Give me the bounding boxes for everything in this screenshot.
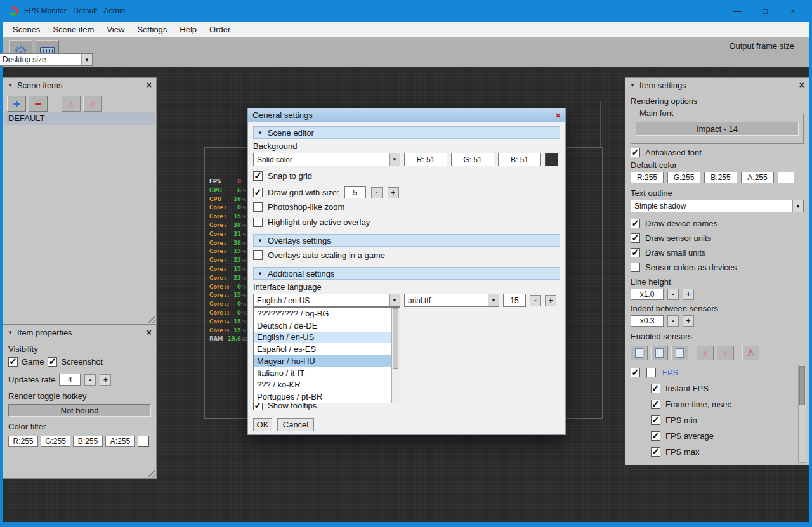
menu-item[interactable]: Help — [173, 25, 203, 34]
menu-item[interactable]: Scene item — [46, 25, 100, 34]
render-toggle-hotkey-button[interactable]: Not bound — [8, 404, 151, 417]
menu-item[interactable]: View — [100, 25, 131, 34]
background-r-field[interactable]: R: 51 — [404, 153, 447, 166]
sensor-move-down-button[interactable]: ∨ — [717, 346, 734, 360]
background-type-select[interactable]: Solid color ▼ — [253, 153, 400, 166]
add-scene-item-button[interactable]: + — [7, 96, 26, 112]
line-height-decrement[interactable]: - — [667, 289, 679, 300]
game-checkbox[interactable] — [8, 357, 18, 367]
sensor-warning-button[interactable]: ⚠ — [742, 346, 759, 360]
fps-overlay-preview[interactable]: FPS 0 GPU 6% CPU 16% Core1 0% — [209, 178, 250, 344]
default-color-field[interactable]: G:255 — [667, 172, 700, 183]
background-color-swatch[interactable] — [545, 153, 558, 166]
sensor-paste-button[interactable] — [671, 346, 688, 360]
maximize-button[interactable]: □ — [751, 0, 779, 22]
grid-size-field[interactable]: 5 — [344, 186, 366, 198]
section-additional-settings[interactable]: ▼ Additional settings — [253, 267, 560, 280]
font-select[interactable]: arial.ttf ▼ — [404, 294, 499, 307]
close-icon[interactable]: × — [147, 327, 152, 337]
draw-grid-checkbox[interactable] — [253, 188, 263, 197]
sensor-move-up-button[interactable]: ∧ — [697, 346, 714, 360]
default-color-swatch[interactable] — [778, 172, 794, 183]
language-option[interactable]: ??? / ko-KR — [254, 379, 400, 391]
indent-field[interactable]: x0.3 — [631, 315, 664, 327]
default-color-field[interactable]: B:255 — [704, 172, 737, 183]
line-height-field[interactable]: x1.0 — [631, 289, 664, 300]
sensor-checkbox[interactable] — [651, 384, 660, 393]
indent-increment[interactable]: + — [683, 315, 694, 327]
font-size-field[interactable]: 15 — [503, 294, 526, 307]
screenshot-checkbox[interactable] — [48, 357, 57, 367]
language-select[interactable]: English / en-US ▼ — [253, 294, 400, 307]
grid-size-decrement[interactable]: - — [371, 187, 383, 198]
sensor-copy-button[interactable] — [651, 346, 668, 360]
color-filter-swatch[interactable] — [138, 436, 149, 447]
text-outline-select[interactable]: Simple shadow ▼ — [631, 200, 804, 212]
color-filter-field[interactable]: R:255 — [8, 436, 38, 447]
line-height-increment[interactable]: + — [683, 289, 694, 300]
move-item-up-button[interactable]: ∧ — [62, 96, 81, 112]
color-filter-field[interactable]: G:255 — [41, 436, 70, 447]
close-icon[interactable]: × — [799, 80, 804, 90]
collapse-icon[interactable]: ▼ — [8, 330, 13, 335]
sensor-row[interactable]: FPS max — [628, 444, 806, 460]
font-size-increment[interactable]: + — [545, 295, 556, 306]
antialiased-checkbox[interactable] — [631, 148, 640, 157]
updates-rate-field[interactable]: 4 — [59, 374, 81, 386]
font-size-decrement[interactable]: - — [530, 295, 541, 306]
sensor-group-checkbox[interactable] — [631, 368, 640, 377]
scrollbar-thumb[interactable] — [393, 308, 398, 369]
sensor-checkbox[interactable] — [651, 400, 660, 409]
option-checkbox[interactable] — [631, 219, 640, 228]
grid-size-increment[interactable]: + — [388, 187, 399, 198]
indent-decrement[interactable]: - — [667, 315, 679, 327]
scene-item-row[interactable]: DEFAULT — [4, 112, 155, 125]
language-option[interactable]: Español / es-ES — [254, 343, 400, 355]
sensor-row[interactable]: Frame time, msec — [628, 396, 806, 412]
overlays-autoscale-checkbox[interactable] — [253, 250, 263, 260]
minimize-button[interactable]: — — [723, 0, 751, 22]
color-filter-field[interactable]: A:255 — [105, 436, 135, 447]
updates-rate-increment[interactable]: + — [100, 374, 111, 386]
sensors-scrollbar[interactable] — [798, 365, 806, 463]
menu-item[interactable]: Order — [203, 25, 237, 34]
default-color-field[interactable]: A:255 — [741, 172, 774, 183]
resize-grip[interactable] — [145, 313, 155, 323]
resize-grip[interactable] — [145, 467, 155, 477]
sensor-checkbox[interactable] — [651, 447, 660, 457]
sensor-checkbox[interactable] — [651, 431, 660, 441]
sensor-group-row[interactable]: FPS — [628, 365, 806, 381]
move-item-down-button[interactable]: ∨ — [83, 96, 102, 112]
collapse-icon[interactable]: ▼ — [8, 82, 13, 88]
cancel-button[interactable]: Cancel — [277, 418, 314, 431]
language-option[interactable]: Português / pt-BR — [254, 391, 400, 403]
remove-scene-item-button[interactable]: − — [29, 96, 48, 112]
option-checkbox[interactable] — [631, 233, 640, 243]
language-list-scrollbar[interactable] — [391, 308, 400, 403]
highlight-active-checkbox[interactable] — [253, 218, 263, 227]
menu-item[interactable]: Settings — [131, 25, 173, 34]
close-button[interactable]: × — [779, 0, 807, 22]
option-checkbox[interactable] — [631, 248, 640, 257]
snap-to-grid-checkbox[interactable] — [253, 171, 263, 181]
close-icon[interactable]: × — [147, 80, 152, 90]
scrollbar-thumb[interactable] — [799, 366, 805, 405]
section-overlays-settings[interactable]: ▼ Overlays settings — [253, 234, 560, 247]
updates-rate-decrement[interactable]: - — [84, 374, 96, 386]
language-option[interactable]: ????????? / bg-BG — [254, 308, 400, 320]
sensor-row[interactable]: Instant FPS — [628, 381, 806, 396]
sensor-checkbox[interactable] — [651, 415, 660, 425]
sensor-row[interactable]: FPS min — [628, 412, 806, 428]
language-option[interactable]: Italiano / it-IT — [254, 367, 400, 379]
color-filter-field[interactable]: B:255 — [73, 436, 103, 447]
photoshop-zoom-checkbox[interactable] — [253, 202, 263, 212]
sensor-add-button[interactable] — [631, 346, 648, 360]
scene-canvas[interactable]: FPS 0 GPU 6% CPU 16% Core1 0% — [3, 67, 809, 522]
sensor-row[interactable]: FPS average — [628, 428, 806, 444]
language-option[interactable]: English / en-US — [254, 332, 400, 344]
ok-button[interactable]: OK — [253, 418, 272, 431]
language-option[interactable]: Magyar / hu-HU — [254, 355, 400, 367]
background-g-field[interactable]: G: 51 — [451, 153, 494, 166]
collapse-icon[interactable]: ▼ — [630, 82, 635, 88]
option-checkbox[interactable] — [631, 263, 640, 272]
